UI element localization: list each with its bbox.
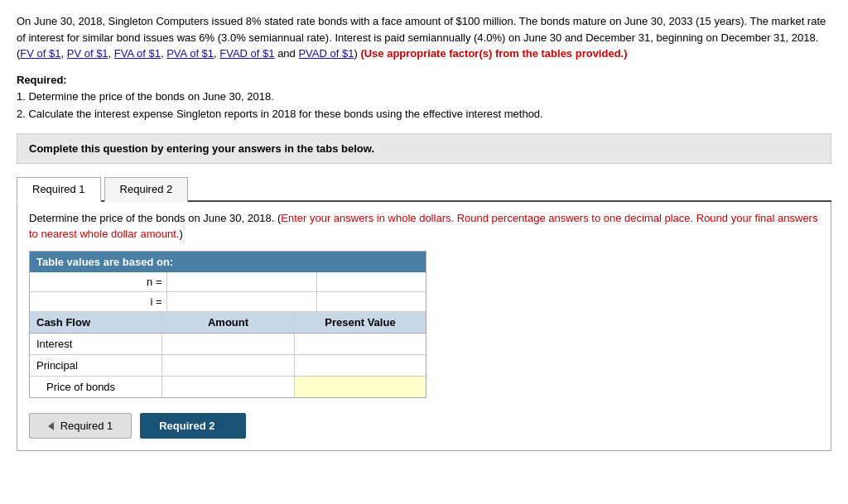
required-item1: 1. Determine the price of the bonds on J… — [17, 89, 831, 106]
tab-description-red: Enter your answers in whole dollars. Rou… — [29, 212, 817, 241]
principal-row: Principal — [30, 355, 426, 377]
link-pva[interactable]: PVA of $1 — [166, 47, 214, 60]
next-button[interactable]: Required 2 — [140, 413, 246, 439]
required-item2: 2. Calculate the interest expense Single… — [17, 106, 831, 123]
tab-description: Determine the price of the bonds on June… — [29, 210, 819, 242]
col-header-cashflow: Cash Flow — [30, 312, 162, 333]
table-header: Table values are based on: — [30, 252, 426, 272]
tab-content: Determine the price of the bonds on June… — [17, 202, 831, 451]
param-n-label: n = — [30, 272, 167, 291]
link-fv[interactable]: FV of $1 — [20, 47, 60, 60]
instruction-box: Complete this question by entering your … — [17, 133, 831, 164]
price-label: Price of bonds — [30, 377, 162, 397]
interest-row: Interest — [30, 334, 426, 355]
prev-button[interactable]: Required 1 — [29, 413, 132, 439]
principal-amount-cell[interactable] — [162, 355, 295, 376]
price-pv-cell[interactable] — [295, 377, 426, 397]
link-pv[interactable]: PV of $1 — [67, 47, 108, 60]
prev-arrow-icon — [48, 422, 54, 430]
link-fvad[interactable]: FVAD of $1 — [219, 47, 274, 60]
nav-buttons: Required 1 Required 2 — [29, 413, 819, 439]
table-section: Table values are based on: n = i = Ca — [29, 251, 443, 398]
price-row: Price of bonds — [30, 377, 426, 397]
use-factors-notice: (Use appropriate factor(s) from the tabl… — [360, 47, 627, 60]
col-headers: Cash Flow Amount Present Value — [30, 312, 426, 334]
param-i-input[interactable] — [167, 292, 316, 311]
interest-label: Interest — [30, 334, 162, 354]
interest-amount-cell[interactable] — [162, 334, 295, 354]
link-pvad[interactable]: PVAD of $1 — [298, 47, 354, 60]
interest-pv-cell[interactable] — [295, 334, 426, 354]
tab-required2[interactable]: Required 2 — [104, 177, 189, 202]
param-n-row: n = — [30, 272, 426, 292]
principal-amount-input[interactable] — [166, 357, 291, 369]
instruction-text: Complete this question by entering your … — [29, 142, 374, 155]
col-header-pv: Present Value — [295, 312, 426, 333]
param-n-input[interactable] — [167, 272, 316, 291]
price-amount-cell — [162, 377, 295, 397]
tab-required1[interactable]: Required 1 — [17, 177, 101, 202]
col-header-amount: Amount — [162, 312, 295, 333]
required-heading: Required: — [17, 74, 67, 86]
next-arrow-icon — [221, 422, 227, 430]
param-i-row: i = — [30, 292, 426, 312]
interest-pv-input[interactable] — [298, 335, 422, 348]
tabs-row: Required 1 Required 2 — [17, 175, 831, 202]
principal-pv-cell[interactable] — [295, 355, 426, 376]
interest-amount-input[interactable] — [166, 335, 291, 348]
principal-label: Principal — [30, 355, 162, 376]
principal-pv-input[interactable] — [298, 357, 422, 369]
required-section: Required: 1. Determine the price of the … — [17, 72, 831, 123]
intro-paragraph: On June 30, 2018, Singleton Computers is… — [17, 13, 831, 62]
price-pv-input[interactable] — [301, 381, 419, 393]
table-outer: Table values are based on: n = i = Ca — [29, 251, 426, 398]
link-fva[interactable]: FVA of $1 — [114, 47, 161, 60]
param-i-label: i = — [30, 292, 167, 311]
